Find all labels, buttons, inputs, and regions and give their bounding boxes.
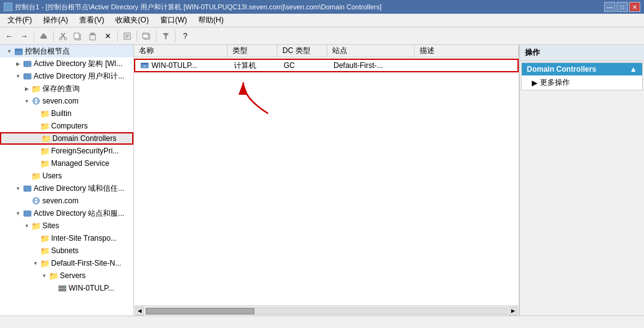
svg-rect-9 [91, 33, 94, 35]
main-area: ▼ 控制台根节点 ▶ Active Directory 架构 [WI... ▼ … [0, 45, 644, 316]
expander-default-site[interactable]: ▼ [31, 259, 40, 268]
tree-item-ad-sites[interactable]: ▼ Active Directory 站点和服... [0, 207, 133, 219]
svg-rect-29 [24, 211, 31, 216]
sites-icon: 📁 [31, 221, 41, 231]
toolbar-separator-5 [156, 31, 156, 42]
help-button[interactable]: ? [178, 29, 192, 43]
tree-label-computers: Computers [51, 122, 88, 130]
server-icon [57, 283, 67, 293]
scroll-right-btn[interactable]: ▶ [509, 307, 517, 316]
new-window-button[interactable] [140, 29, 153, 43]
col-desc[interactable]: 描述 [415, 45, 519, 57]
paste-button[interactable] [86, 29, 100, 43]
scroll-left-btn[interactable]: ◀ [135, 307, 144, 316]
minimize-button[interactable]: — [604, 2, 615, 12]
center-scrollbar[interactable]: ◀ ▶ [134, 306, 519, 316]
tree-item-ad-domains[interactable]: ▼ Active Directory 域和信任... [0, 182, 133, 195]
up-button[interactable] [37, 29, 50, 43]
tree-item-root[interactable]: ▼ 控制台根节点 [0, 45, 133, 57]
users-folder-icon: 📁 [31, 171, 41, 181]
status-bar [0, 316, 644, 328]
back-button[interactable]: ← [2, 29, 16, 43]
tree-item-ad-users[interactable]: ▼ Active Directory 用户和计... [0, 70, 133, 82]
default-first-site-icon: 📁 [40, 258, 50, 268]
menu-window[interactable]: 窗口(W) [155, 14, 192, 27]
expander-dc [32, 134, 41, 143]
tree-item-domain-controllers[interactable]: 📁 Domain Controllers [0, 132, 133, 145]
svg-rect-0 [41, 37, 47, 39]
scroll-track[interactable] [145, 307, 507, 315]
servers-folder-icon: 📁 [49, 271, 59, 281]
tree-item-sites[interactable]: ▼ 📁 Sites [0, 219, 133, 232]
title-bar: 控制台1 - [控制台根节点\Active Directory 用户和计算机 [… [0, 0, 644, 14]
copy-button[interactable] [71, 29, 85, 43]
svg-rect-7 [74, 33, 79, 39]
properties-button[interactable] [120, 29, 134, 43]
tree-item-win-0tulp[interactable]: WIN-0TULP... [0, 282, 133, 294]
col-name[interactable]: 名称 [134, 45, 228, 57]
root-icon [14, 46, 24, 56]
tree-item-seven-com[interactable]: ▼ seven.com [0, 95, 133, 107]
tree-label-default-first-site: Default-First-Site-N... [51, 259, 122, 268]
close-button[interactable]: ✕ [629, 2, 640, 12]
tree-label-saved-queries: 保存的查询 [42, 84, 80, 94]
tree-item-computers[interactable]: 📁 Computers [0, 120, 133, 132]
right-pane-header: 操作 [520, 45, 644, 61]
menu-favorites[interactable]: 收藏夹(O) [110, 14, 153, 27]
menu-view[interactable]: 查看(V) [74, 14, 109, 27]
tree-label-win-0tulp: WIN-0TULP... [69, 284, 114, 292]
expander-seven[interactable]: ▼ [22, 97, 31, 105]
forward-button[interactable]: → [17, 29, 31, 43]
tree-item-foreign-security[interactable]: 📁 ForeignSecurityPri... [0, 145, 133, 157]
section-collapse-icon[interactable]: ▲ [630, 65, 637, 74]
tree-item-users[interactable]: 📁 Users [0, 170, 133, 182]
expander-sites-item[interactable]: ▼ [22, 221, 31, 230]
tree-item-inter-site[interactable]: 📁 Inter-Site Transpo... [0, 232, 133, 244]
tree-item-subnets[interactable]: 📁 Subnets [0, 244, 133, 257]
tree-label-seven-com2: seven.com [42, 196, 79, 205]
tree-item-seven-com2[interactable]: seven.com [0, 195, 133, 207]
cut-button[interactable] [56, 29, 70, 43]
saved-queries-icon: 📁 [31, 84, 41, 94]
col-type[interactable]: 类型 [228, 45, 277, 57]
svg-marker-1 [41, 33, 47, 37]
tree-label-inter-site: Inter-Site Transpo... [51, 234, 117, 243]
tree-item-builtin[interactable]: 📁 Builtin [0, 107, 133, 120]
tree-item-ad-schema[interactable]: ▶ Active Directory 架构 [WI... [0, 57, 133, 70]
expander-saved[interactable]: ▶ [22, 84, 31, 93]
tree-item-default-first-site[interactable]: ▼ 📁 Default-First-Site-N... [0, 257, 133, 269]
expander-servers[interactable]: ▼ [40, 271, 49, 280]
menu-file[interactable]: 文件(F) [2, 14, 37, 27]
col-site[interactable]: 站点 [327, 45, 415, 57]
col-dc-type[interactable]: DC 类型 [277, 45, 327, 57]
more-actions-label: 更多操作 [540, 77, 570, 88]
svg-marker-17 [163, 33, 169, 39]
expander-root[interactable]: ▼ [5, 47, 14, 55]
menu-bar: 文件(F) 操作(A) 查看(V) 收藏夹(O) 窗口(W) 帮助(H) [0, 14, 644, 27]
right-pane-section-header-0[interactable]: Domain Controllers ▲ [522, 63, 642, 75]
menu-help[interactable]: 帮助(H) [193, 14, 229, 27]
menu-action[interactable]: 操作(A) [38, 14, 73, 27]
filter-button[interactable] [159, 29, 173, 43]
expander-domains[interactable]: ▼ [14, 184, 22, 193]
right-pane-item-more-actions[interactable]: ▶ 更多操作 [522, 75, 642, 90]
tree-label-sites: Sites [42, 221, 59, 230]
expander-users[interactable]: ▼ [14, 72, 22, 80]
expander-managed [31, 159, 40, 168]
expander-sites[interactable]: ▼ [14, 209, 22, 218]
scroll-thumb[interactable] [146, 308, 254, 314]
tree-item-servers[interactable]: ▼ 📁 Servers [0, 269, 133, 282]
toolbar-separator-1 [34, 31, 34, 42]
tree-label-ad-domains: Active Directory 域和信任... [34, 183, 124, 194]
tree-item-saved-queries[interactable]: ▶ 📁 保存的查询 [0, 82, 133, 95]
expander-subnets [31, 246, 40, 255]
svg-point-36 [144, 65, 146, 67]
svg-rect-19 [15, 50, 22, 51]
delete-button[interactable]: ✕ [101, 29, 115, 43]
tree-item-managed-service[interactable]: 📁 Managed Service [0, 157, 133, 170]
managed-service-icon: 📁 [40, 158, 50, 168]
list-row-0[interactable]: WIN-0TULP... 计算机 GC Default-First-... [134, 59, 519, 72]
expander-win [49, 284, 57, 292]
expander-schema[interactable]: ▶ [14, 59, 22, 68]
maximize-button[interactable]: □ [617, 2, 628, 12]
